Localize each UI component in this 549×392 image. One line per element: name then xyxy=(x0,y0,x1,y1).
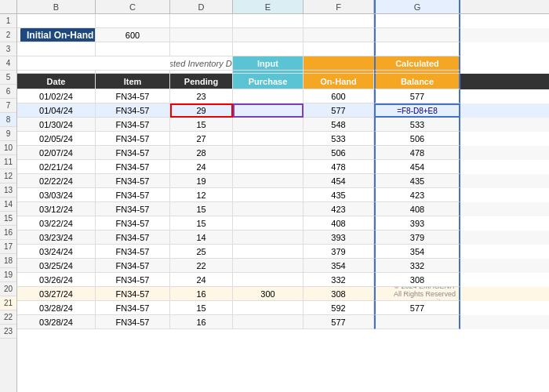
cell-pending-11: 28 xyxy=(170,146,233,160)
spreadsheet: B C D E F G 1 2 3 4 5 6 7 8 9 10 11 12 1… xyxy=(0,0,549,392)
section-calculated-label-start xyxy=(304,56,374,71)
col-header-E: E xyxy=(233,0,304,13)
cell-item-12: FN34-57 xyxy=(96,160,170,174)
data-row-11: 02/07/24 FN34-57 28 506 478 xyxy=(17,146,549,160)
row-1 xyxy=(17,14,549,28)
cell-item-16: FN34-57 xyxy=(96,216,170,230)
cell-date-22: 03/28/24 xyxy=(17,301,96,315)
section-pasted-label: Pasted Inventory Data xyxy=(170,56,233,71)
data-row-8: 01/04/24 FN34-57 29 577 =F8-D8+E8 xyxy=(17,103,549,118)
cell-balance-18: 354 xyxy=(374,245,460,259)
cell-D1 xyxy=(170,14,233,28)
cell-date-16: 03/22/24 xyxy=(17,216,96,230)
cell-purchase-16 xyxy=(233,216,304,230)
cell-purchase-21: 300 xyxy=(233,287,304,301)
cell-B4 xyxy=(17,56,96,71)
data-row-19: 03/25/24 FN34-57 22 354 332 xyxy=(17,259,549,273)
cell-F1 xyxy=(304,14,374,28)
cell-purchase-18 xyxy=(233,245,304,259)
row-num-5: 5 xyxy=(0,71,16,85)
cell-purchase-15 xyxy=(233,202,304,216)
data-row-17: 03/23/24 FN34-57 14 393 379 xyxy=(17,230,549,245)
cell-onhand-13: 454 xyxy=(304,174,374,188)
cell-purchase-19 xyxy=(233,259,304,273)
data-row-12: 02/21/24 FN34-57 24 478 454 xyxy=(17,160,549,174)
cell-date-12: 02/21/24 xyxy=(17,160,96,174)
cell-onhand-8: 577 xyxy=(304,103,374,118)
row-num-22: 22 xyxy=(0,310,16,325)
cell-onhand-10: 533 xyxy=(304,132,374,146)
col-header-C: C xyxy=(96,0,170,13)
header-balance: Balance xyxy=(374,74,460,89)
cell-balance-17: 379 xyxy=(374,230,460,245)
row-num-21: 21 xyxy=(0,296,16,310)
row-num-11: 11 xyxy=(0,155,16,169)
cell-purchase-17 xyxy=(233,230,304,245)
cell-pending-15: 15 xyxy=(170,202,233,216)
cell-pending-12: 24 xyxy=(170,160,233,174)
row-num-8: 8 xyxy=(0,113,16,127)
cell-balance-14: 423 xyxy=(374,188,460,202)
header-date: Date xyxy=(17,74,96,89)
cell-G3 xyxy=(374,42,460,56)
cell-G2 xyxy=(374,28,460,42)
column-header-row: B C D E F G xyxy=(0,0,549,14)
cell-onhand-19: 354 xyxy=(304,259,374,273)
cell-B2: Initial On-Hand xyxy=(17,28,96,42)
cell-onhand-21: 308 xyxy=(304,287,374,301)
data-row-20: 03/26/24 FN34-57 24 332 308 xyxy=(17,273,549,287)
row-num-19: 19 xyxy=(0,268,16,282)
cell-pending-8[interactable]: 29 xyxy=(170,103,233,118)
cell-onhand-7: 600 xyxy=(304,89,374,103)
row-num-2: 2 xyxy=(0,28,16,42)
cell-G1 xyxy=(374,14,460,28)
cell-F2 xyxy=(304,28,374,42)
cell-E1 xyxy=(233,14,304,28)
cell-purchase-12 xyxy=(233,160,304,174)
cell-balance-8[interactable]: =F8-D8+E8 xyxy=(374,103,460,118)
cell-date-11: 02/07/24 xyxy=(17,146,96,160)
data-row-7: 01/02/24 FN34-57 23 600 577 xyxy=(17,89,549,103)
cell-balance-23 xyxy=(374,315,460,329)
cell-item-8: FN34-57 xyxy=(96,103,170,118)
data-row-14: 03/03/24 FN34-57 12 435 423 xyxy=(17,188,549,202)
row-num-13: 13 xyxy=(0,183,16,198)
row-num-3: 3 xyxy=(0,42,16,56)
cell-item-10: FN34-57 xyxy=(96,132,170,146)
cell-item-11: FN34-57 xyxy=(96,146,170,160)
row-3 xyxy=(17,42,549,56)
cell-date-19: 03/25/24 xyxy=(17,259,96,273)
cell-purchase-22 xyxy=(233,301,304,315)
cell-item-19: FN34-57 xyxy=(96,259,170,273)
cell-date-18: 03/24/24 xyxy=(17,245,96,259)
cell-purchase-23 xyxy=(233,315,304,329)
cell-purchase-7 xyxy=(233,89,304,103)
row-num-9: 9 xyxy=(0,127,16,141)
cell-B1 xyxy=(17,14,96,28)
cell-balance-9: 533 xyxy=(374,118,460,132)
cell-date-8: 01/04/24 xyxy=(17,103,96,118)
cell-pending-22: 15 xyxy=(170,301,233,315)
cell-purchase-20 xyxy=(233,273,304,287)
cell-date-13: 02/22/24 xyxy=(17,174,96,188)
cell-purchase-8[interactable] xyxy=(233,103,304,118)
cell-purchase-9 xyxy=(233,118,304,132)
cell-pending-20: 24 xyxy=(170,273,233,287)
cell-onhand-16: 408 xyxy=(304,216,374,230)
row-num-6: 6 xyxy=(0,85,16,99)
row-num-7: 7 xyxy=(0,99,16,113)
cell-item-13: FN34-57 xyxy=(96,174,170,188)
data-row-13: 02/22/24 FN34-57 19 454 435 xyxy=(17,174,549,188)
col-header-F: F xyxy=(304,0,374,13)
data-row-21: 03/27/24 FN34-57 16 300 308 © 2024 EMAGE… xyxy=(17,287,549,301)
cell-pending-13: 19 xyxy=(170,174,233,188)
footer-rights: All Rights Reserved xyxy=(394,290,456,298)
cell-onhand-20: 332 xyxy=(304,273,374,287)
cell-item-18: FN34-57 xyxy=(96,245,170,259)
row-num-10: 10 xyxy=(0,141,16,155)
initial-onhand-label: Initial On-Hand xyxy=(20,28,96,42)
row-num-20: 20 xyxy=(0,282,16,296)
cell-onhand-22: 592 xyxy=(304,301,374,315)
cell-item-7: FN34-57 xyxy=(96,89,170,103)
cell-date-10: 02/05/24 xyxy=(17,132,96,146)
